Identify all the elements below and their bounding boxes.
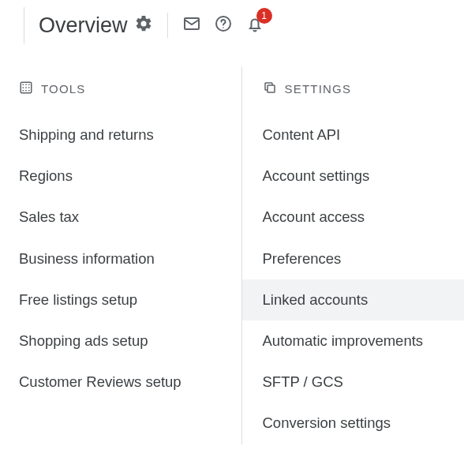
divider [167, 13, 168, 38]
settings-item-linked-accounts[interactable]: Linked accounts [242, 279, 465, 320]
svg-point-2 [223, 27, 224, 28]
settings-item-preferences[interactable]: Preferences [242, 238, 465, 279]
svg-rect-12 [28, 90, 30, 92]
svg-rect-11 [25, 90, 27, 92]
tools-item-regions[interactable]: Regions [19, 156, 241, 197]
svg-rect-9 [28, 87, 30, 88]
tools-item-business-information[interactable]: Business information [19, 238, 241, 279]
header-icons: 1 [128, 9, 271, 41]
tools-item-customer-reviews-setup[interactable]: Customer Reviews setup [19, 362, 241, 403]
svg-rect-4 [23, 84, 24, 86]
gear-icon [134, 14, 153, 36]
settings-item-account-settings[interactable]: Account settings [242, 156, 465, 197]
svg-rect-6 [28, 84, 30, 86]
settings-heading-label: SETTINGS [285, 82, 352, 96]
settings-item-conversion-settings[interactable]: Conversion settings [242, 403, 465, 444]
settings-dropdown-panel: TOOLS Shipping and returns Regions Sales… [0, 66, 464, 444]
tools-heading: TOOLS [19, 81, 241, 114]
tools-item-sales-tax[interactable]: Sales tax [19, 197, 241, 238]
svg-rect-7 [23, 87, 24, 88]
header-bar: Overview 1 [0, 0, 464, 51]
settings-item-sftp-gcs[interactable]: SFTP / GCS [242, 362, 465, 403]
page-title: Overview [39, 13, 128, 38]
tools-item-shopping-ads-setup[interactable]: Shopping ads setup [19, 320, 241, 362]
help-button[interactable] [208, 9, 239, 41]
help-icon [214, 14, 233, 36]
notification-badge: 1 [256, 8, 272, 24]
header-title-wrap: Overview [24, 7, 128, 43]
settings-button[interactable] [128, 9, 159, 41]
settings-column: SETTINGS Content API Account settings Ac… [241, 66, 465, 444]
grid-icon [19, 81, 33, 97]
svg-rect-8 [25, 87, 27, 88]
svg-rect-10 [23, 90, 24, 92]
svg-rect-5 [25, 84, 27, 86]
settings-item-content-api[interactable]: Content API [242, 114, 465, 156]
tools-item-shipping-and-returns[interactable]: Shipping and returns [19, 114, 241, 156]
copy-icon [263, 81, 277, 97]
settings-item-automatic-improvements[interactable]: Automatic improvements [242, 320, 465, 362]
settings-heading: SETTINGS [242, 81, 465, 114]
settings-item-account-access[interactable]: Account access [242, 197, 465, 238]
tools-heading-label: TOOLS [41, 82, 86, 96]
tools-column: TOOLS Shipping and returns Regions Sales… [0, 66, 241, 444]
mail-icon [182, 14, 201, 36]
tools-item-free-listings-setup[interactable]: Free listings setup [19, 279, 241, 320]
notifications-button[interactable]: 1 [239, 9, 271, 41]
svg-rect-13 [268, 85, 275, 92]
mail-button[interactable] [176, 9, 208, 41]
